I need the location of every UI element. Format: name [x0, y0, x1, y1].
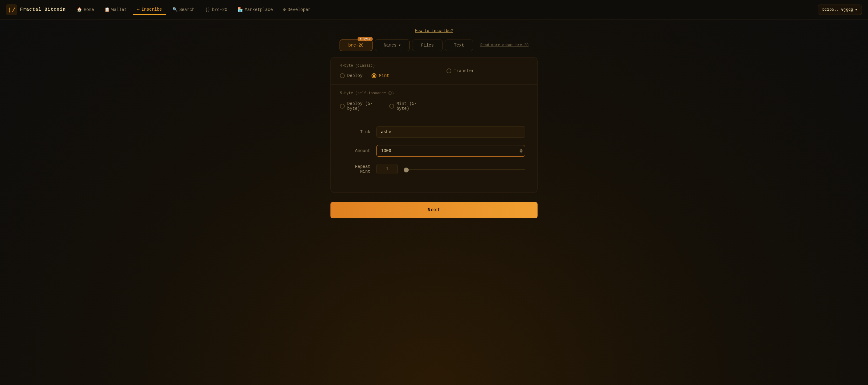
logo-text: Fractal Bitcoin [20, 7, 66, 12]
tab-brc20[interactable]: 5-byte brc-20 [340, 39, 372, 51]
svg-text:⟨/⟩: ⟨/⟩ [8, 7, 17, 14]
tab-row: 5-byte brc-20 Names ▾ Files Text Read mo… [340, 39, 529, 51]
repeat-mint-row: Repeat Mint [343, 164, 525, 174]
read-more-brc20-link[interactable]: Read more about brc-20 [480, 43, 528, 47]
wallet-icon: 📋 [104, 7, 110, 12]
mint-radio-inner [373, 74, 375, 77]
classic-section: 4-byte (classic) Deploy Mint [331, 58, 434, 84]
tab-text[interactable]: Text [445, 39, 473, 51]
tab-brc20-label: brc-20 [348, 43, 364, 48]
mint-label: Mint [379, 73, 389, 78]
inscribe-icon: ✏️ [137, 7, 140, 12]
brc20-icon: {} [205, 7, 210, 12]
nav-home-label: Home [84, 7, 94, 12]
developer-icon: ⚙️ [283, 7, 286, 12]
deploy-5byte-option[interactable]: Deploy (5-byte) [340, 101, 380, 111]
how-to-inscribe-link[interactable]: How to inscribe? [415, 29, 453, 33]
nav-search-label: Search [179, 7, 195, 12]
transfer-radio-circle [446, 68, 452, 73]
empty-right-section [434, 84, 537, 117]
mint-5byte-radio-circle [389, 104, 394, 109]
chevron-down-icon: ▾ [398, 43, 401, 48]
home-icon: 🏠 [77, 7, 82, 12]
mint-option[interactable]: Mint [372, 73, 389, 78]
chevron-down-icon: ▾ [855, 7, 857, 12]
tick-field-row: Tick [343, 126, 525, 138]
deploy-5byte-label: Deploy (5-byte) [347, 101, 380, 111]
amount-field-row: Amount [343, 145, 525, 156]
amount-decrement[interactable] [520, 151, 523, 153]
amount-input[interactable] [376, 145, 525, 156]
tick-label: Tick [343, 130, 370, 134]
classic-label: 4-byte (classic) [340, 64, 425, 68]
form-card: 4-byte (classic) Deploy Mint [331, 57, 537, 193]
tab-text-label: Text [454, 43, 464, 48]
nav-wallet[interactable]: 📋 Wallet [100, 5, 131, 14]
nav-marketplace[interactable]: 🏪 Marketplace [233, 5, 277, 14]
nav-wallet-label: Wallet [112, 7, 127, 12]
navbar: ⟨/⟩ Fractal Bitcoin 🏠 Home 📋 Wallet ✏️ I… [0, 0, 868, 20]
amount-arrows [520, 149, 523, 153]
deploy-option[interactable]: Deploy [340, 73, 363, 78]
tick-input[interactable] [376, 126, 525, 138]
transfer-section: Transfer [434, 58, 537, 84]
nav-search[interactable]: 🔍 Search [168, 5, 199, 14]
transfer-label: Transfer [454, 68, 474, 73]
form-fields: Tick Amount Repeat Mint [331, 117, 537, 193]
nav-inscribe-label: Inscribe [142, 7, 162, 12]
mint-radio-circle [372, 73, 376, 78]
repeat-mint-slider-wrapper [404, 166, 525, 172]
self-issuance-label: 5-byte (self-issuance ⓘ) [340, 91, 425, 96]
badge-5byte: 5-byte [358, 37, 373, 41]
classic-radio-row: Deploy Mint [340, 73, 425, 78]
self-issuance-section: 5-byte (self-issuance ⓘ) Deploy (5-byte)… [331, 84, 434, 117]
deploy-label: Deploy [347, 73, 363, 78]
search-icon: 🔍 [173, 7, 178, 12]
wallet-address-text: bc1p5...0jgqg [822, 7, 853, 12]
option-grid: 4-byte (classic) Deploy Mint [331, 58, 537, 117]
tab-files-label: Files [421, 43, 434, 48]
deploy-5byte-radio-circle [340, 104, 345, 109]
tab-files[interactable]: Files [412, 39, 442, 51]
deploy-radio-circle [340, 73, 345, 78]
self-issuance-radio-row: Deploy (5-byte) Mint (5-byte) [340, 101, 425, 111]
repeat-mint-input[interactable] [376, 164, 398, 174]
mint-5byte-option[interactable]: Mint (5-byte) [389, 101, 425, 111]
transfer-option[interactable]: Transfer [446, 68, 474, 73]
nav-marketplace-label: Marketplace [245, 7, 273, 12]
amount-wrapper [376, 145, 525, 156]
logo: ⟨/⟩ Fractal Bitcoin [6, 4, 66, 15]
nav-inscribe[interactable]: ✏️ Inscribe [133, 4, 166, 15]
nav-brc20-label: brc-20 [212, 7, 227, 12]
amount-increment[interactable] [520, 149, 523, 150]
nav-brc20[interactable]: {} brc-20 [201, 5, 231, 14]
nav-developer-label: Developer [287, 7, 311, 12]
next-button[interactable]: Next [331, 202, 537, 218]
tab-names-label: Names [384, 43, 397, 48]
wallet-address-button[interactable]: bc1p5...0jgqg ▾ [818, 5, 862, 15]
logo-icon: ⟨/⟩ [6, 4, 17, 15]
nav-developer[interactable]: ⚙️ Developer [279, 5, 315, 14]
nav-home[interactable]: 🏠 Home [72, 5, 98, 14]
repeat-mint-label: Repeat Mint [343, 164, 370, 174]
repeat-mint-slider[interactable] [404, 169, 525, 170]
marketplace-icon: 🏪 [238, 7, 243, 12]
main-content: How to inscribe? 5-byte brc-20 Names ▾ F… [0, 20, 868, 228]
tab-names[interactable]: Names ▾ [375, 39, 410, 51]
amount-label: Amount [343, 148, 370, 153]
mint-5byte-label: Mint (5-byte) [397, 101, 425, 111]
